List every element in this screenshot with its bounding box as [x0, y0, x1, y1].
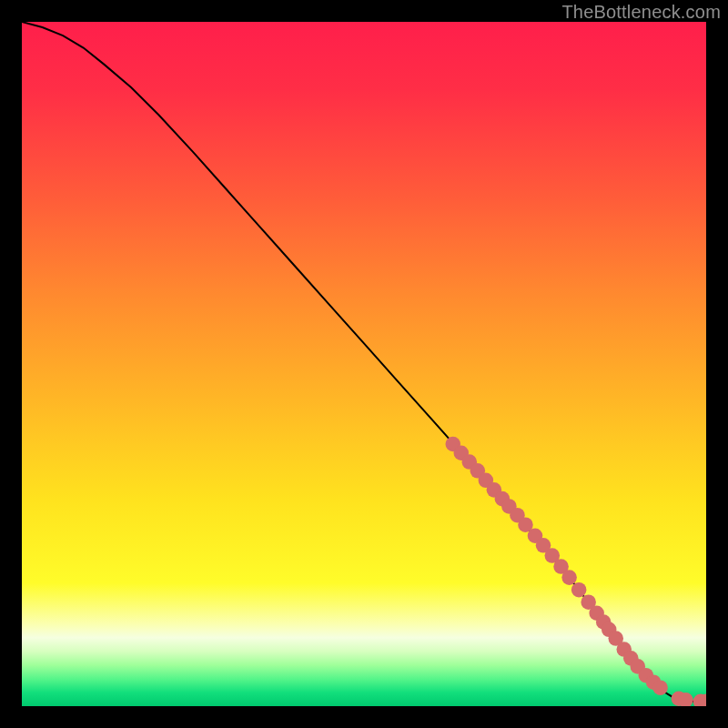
chart-stage: TheBottleneck.com: [0, 0, 728, 728]
data-marker: [652, 680, 668, 695]
data-marker: [571, 582, 587, 598]
data-marker: [561, 570, 577, 585]
plot-svg: [22, 22, 706, 706]
plot-area: [22, 22, 706, 706]
watermark-text: TheBottleneck.com: [561, 2, 721, 23]
gradient-background: [22, 22, 706, 706]
